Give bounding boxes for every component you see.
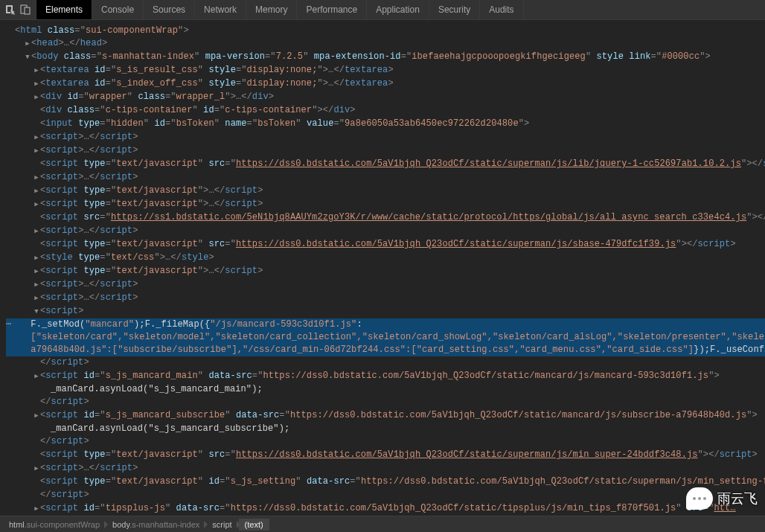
node-script[interactable]: ▶<script type="text/javascript">…</scrip… — [6, 198, 765, 211]
tab-memory[interactable]: Memory — [246, 0, 297, 19]
node-textarea[interactable]: ▶<textarea id="s_is_result_css" style="d… — [6, 64, 765, 77]
tab-network[interactable]: Network — [195, 0, 246, 19]
node-script[interactable]: ▶<script>…</script> — [6, 278, 765, 292]
breadcrumb-item[interactable]: html.sui-componentWrap — [3, 519, 106, 531]
node-script[interactable]: ▶<script>…</script> — [6, 131, 765, 144]
breadcrumb-item[interactable]: body.s-manhattan-index — [106, 519, 205, 531]
node-script[interactable]: ▶<script type="text/javascript" id="s_js… — [6, 475, 765, 489]
node-script-close[interactable]: ▶</script> — [6, 356, 765, 370]
tab-sources[interactable]: Sources — [144, 0, 195, 19]
toolbar-icon-group — [0, 0, 36, 19]
node-input[interactable]: ▶<input type="hidden" id="bsToken" name=… — [6, 118, 765, 131]
node-script[interactable]: ▶<script type="text/javascript" src="htt… — [6, 238, 765, 251]
breadcrumb-bar: html.sui-componentWrap body.s-manhattan-… — [0, 516, 765, 532]
expand-icon[interactable]: ▶ — [33, 65, 40, 77]
tab-console[interactable]: Console — [92, 0, 144, 19]
node-script[interactable]: ▶<script type="text/javascript">…</scrip… — [6, 265, 765, 278]
node-style[interactable]: ▶<style type="text/css">…</style> — [6, 251, 765, 265]
node-script[interactable]: ▶<script>…</script> — [6, 144, 765, 158]
devtools-toolbar: Elements Console Sources Network Memory … — [0, 0, 765, 20]
node-script[interactable]: ▶<script>…</script> — [6, 292, 765, 305]
tab-security[interactable]: Security — [429, 0, 480, 19]
node-div[interactable]: ▶<div id="wrapper" class="wrapper_l">…</… — [6, 91, 765, 104]
node-script[interactable]: ▶<script type="text/javascript">…</scrip… — [6, 185, 765, 198]
node-text[interactable]: _manCard.asynLoad("s_js_mancard_main"); — [6, 383, 765, 396]
tab-audits[interactable]: Audits — [480, 0, 523, 19]
tab-application[interactable]: Application — [367, 0, 429, 19]
node-script-open[interactable]: ▼<script> — [6, 305, 765, 318]
breadcrumb-item[interactable]: (text) — [239, 519, 269, 531]
collapse-icon[interactable]: ▼ — [24, 51, 31, 64]
dom-tree[interactable]: <html class="sui-componentWrap"> ▶<head>… — [0, 20, 765, 515]
node-script-close[interactable]: ▶</script> — [6, 435, 765, 449]
node-head[interactable]: ▶<head>…</head> — [6, 37, 765, 51]
node-script[interactable]: ▶<script src="https://ss1.bdstatic.com/5… — [6, 211, 765, 225]
node-div[interactable]: ▶<div class="c-tips-container" id="c-tip… — [6, 104, 765, 118]
svg-rect-1 — [25, 7, 30, 14]
node-script[interactable]: ▶<script>…</script> — [6, 225, 765, 238]
node-script-close[interactable]: ▶</script> — [6, 396, 765, 409]
tab-elements[interactable]: Elements — [36, 0, 92, 19]
node-textarea[interactable]: ▶<textarea id="s_index_off_css" style="d… — [6, 77, 765, 91]
device-toolbar-icon[interactable] — [19, 4, 31, 16]
node-script[interactable]: ▶<script id="tipsplus-js" data-src="http… — [6, 502, 765, 515]
node-text[interactable]: _manCard.asynLoad("s_js_mancard_subscrib… — [6, 423, 765, 435]
node-script[interactable]: ▶<script id="s_js_mancard_main" data-src… — [6, 370, 765, 383]
tab-performance[interactable]: Performance — [297, 0, 367, 19]
inspect-icon[interactable] — [4, 4, 16, 16]
gutter-ellipsis-icon: ⋯ — [6, 318, 11, 356]
expand-icon[interactable]: ▶ — [24, 38, 31, 51]
node-html[interactable]: <html class="sui-componentWrap"> — [6, 25, 765, 37]
node-body[interactable]: ▼<body class="s-manhattan-index" mpa-ver… — [6, 51, 765, 64]
tab-bar: Elements Console Sources Network Memory … — [36, 0, 524, 19]
node-script[interactable]: ▶<script>…</script> — [6, 171, 765, 185]
node-script[interactable]: ▶<script id="s_js_mancard_subscribe" dat… — [6, 409, 765, 423]
breadcrumb-item[interactable]: script — [206, 519, 237, 531]
node-script-close[interactable]: ▶</script> — [6, 489, 765, 502]
expand-icon[interactable]: ▶ — [33, 78, 40, 91]
node-script[interactable]: ▶<script type="text/javascript" src="htt… — [6, 158, 765, 171]
selected-node[interactable]: ⋯ F._setMod("mancard");F._fileMap({"/js/… — [6, 318, 765, 356]
node-script[interactable]: ▶<script type="text/javascript" src="htt… — [6, 449, 765, 462]
expand-icon[interactable]: ▶ — [33, 92, 40, 104]
collapse-icon[interactable]: ▼ — [33, 306, 40, 318]
node-script[interactable]: ▶<script>…</script> — [6, 462, 765, 475]
